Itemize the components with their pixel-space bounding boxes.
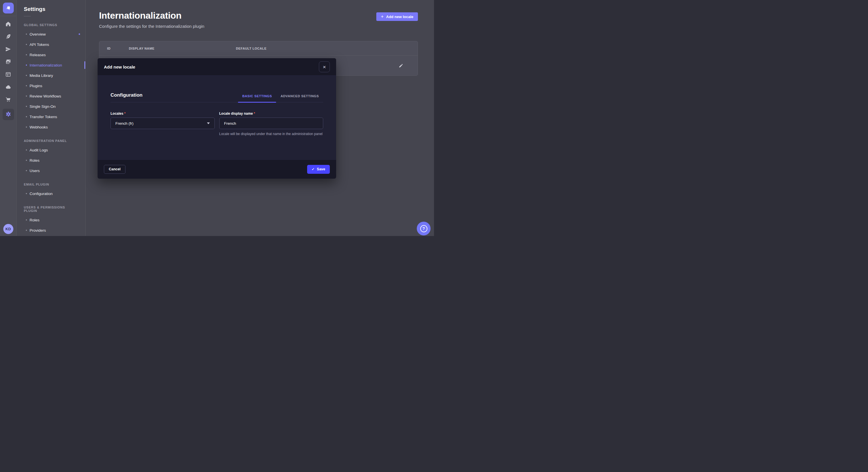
caret-down-icon [207,123,210,124]
strapi-logo[interactable] [3,3,14,13]
sidebar-section: GLOBAL SETTINGS Overview API Tokens [17,23,85,132]
display-name-input[interactable] [219,117,323,129]
pencil-icon [399,63,403,68]
sidebar-item-label: Internationalization [30,63,62,67]
app-window: KD Settings GLOBAL SETTINGS Overview [0,0,434,236]
page-title: Internationalization [99,10,205,21]
notification-dot-icon [79,34,80,35]
bullet-icon [26,44,27,45]
sidebar-item-review-workflows[interactable]: Review Workflows [17,91,85,101]
locales-label: Locales * [111,111,215,115]
sidebar-item-label: Webhooks [30,125,48,129]
sidebar-item-plugins[interactable]: Plugins [17,80,85,91]
sidebar-item-releases[interactable]: Releases [17,49,85,60]
sidebar-item-roles[interactable]: Roles [17,215,85,225]
modal-footer: Cancel ✓ Save [98,160,336,179]
sidebar-sections: GLOBAL SETTINGS Overview API Tokens [17,23,85,235]
help-button[interactable]: ? [417,222,431,235]
check-icon: ✓ [312,167,315,171]
rail-icon-list [0,20,17,120]
cart-icon [5,97,11,103]
sidebar-section-label: GLOBAL SETTINGS [24,23,79,27]
cancel-button[interactable]: Cancel [104,165,125,174]
page-subtitle: Configure the settings for the Internati… [99,24,205,29]
sidebar-item-single-sign-on[interactable]: Single Sign-On [17,101,85,111]
display-name-hint: Locale will be displayed under that name… [219,132,323,136]
sidebar-section: EMAIL PLUGIN Configuration [17,183,85,199]
settings-tabs: BASIC SETTINGSADVANCED SETTINGS [238,94,323,102]
sidebar-item-label: Releases [30,53,45,57]
bullet-icon [26,85,27,86]
bullet-icon [26,65,27,66]
sidebar-item-providers[interactable]: Providers [17,225,85,235]
bullet-icon [26,75,27,76]
configuration-header: Configuration BASIC SETTINGSADVANCED SET… [111,92,323,102]
sidebar-section: USERS & PERMISSIONS PLUGIN Roles Provide… [17,206,85,235]
bullet-icon [26,170,27,171]
plus-icon: + [381,14,383,19]
bullet-icon [26,96,27,97]
rail-item-cloud[interactable] [4,83,12,92]
bullet-icon [26,193,27,194]
sidebar-item-transfer-tokens[interactable]: Transfer Tokens [17,111,85,122]
tab-advanced-settings[interactable]: ADVANCED SETTINGS [276,94,323,102]
sidebar-item-audit-logs[interactable]: Audit Logs [17,145,85,155]
add-new-locale-button[interactable]: + Add new locale [376,12,418,21]
rail-item-send[interactable] [4,45,12,54]
rail-item-gear[interactable] [3,109,14,120]
rail-item-media[interactable] [4,58,12,66]
bullet-icon [26,116,27,117]
rail-item-cart[interactable] [4,96,12,104]
sidebar-item-media-library[interactable]: Media Library [17,70,85,80]
sidebar-item-label: Providers [30,228,46,233]
user-avatar[interactable]: KD [3,224,13,234]
close-button[interactable]: × [319,61,330,72]
sidebar-item-label: Plugins [30,84,42,88]
locales-select[interactable]: French (fr) [111,117,215,129]
media-icon [5,59,11,66]
sidebar-item-internationalization[interactable]: Internationalization [17,60,85,70]
strapi-logo-icon [5,5,12,11]
sidebar-item-roles[interactable]: Roles [17,155,85,165]
bullet-icon [26,34,27,35]
locales-select-value: French (fr) [115,121,133,126]
sidebar-item-api-tokens[interactable]: API Tokens [17,39,85,49]
page-header: Internationalization Configure the setti… [86,0,434,29]
sidebar-item-configuration[interactable]: Configuration [17,189,85,199]
rail-item-feather[interactable] [4,33,12,41]
sidebar-item-label: Review Workflows [30,94,61,98]
sidebar-item-overview[interactable]: Overview [17,29,85,39]
bullet-icon [26,220,27,221]
required-asterisk: * [124,111,126,115]
sidebar-section: ADMINISTRATION PANEL Audit Logs Roles [17,139,85,176]
sidebar-item-webhooks[interactable]: Webhooks [17,122,85,132]
logo-section [0,0,17,16]
layouts-icon [5,71,11,78]
close-icon: × [322,64,326,70]
modal-header: Add new locale × [98,58,336,76]
gear-icon [5,111,11,118]
bullet-icon [26,54,27,55]
sidebar-item-label: Single Sign-On [30,104,56,109]
sidebar-item-label: Media Library [30,73,53,78]
bullet-icon [26,106,27,107]
edit-locale-button[interactable] [397,62,405,70]
send-icon [5,46,11,53]
modal-title: Add new locale [104,65,135,69]
sidebar-section-label: ADMINISTRATION PANEL [24,139,79,142]
add-locale-modal: Add new locale × Configuration BASIC SET… [98,58,336,179]
sidebar-item-label: Roles [30,218,40,222]
configuration-title: Configuration [111,92,143,102]
sidebar-item-label: Users [30,169,40,173]
column-header-id: ID [107,47,129,50]
icon-rail: KD [0,0,17,236]
home-icon [5,21,11,28]
tab-basic-settings[interactable]: BASIC SETTINGS [238,94,276,102]
rail-item-home[interactable] [4,20,12,28]
add-new-locale-label: Add new locale [386,14,413,19]
save-button[interactable]: ✓ Save [307,165,330,174]
rail-item-layouts[interactable] [4,71,12,79]
sidebar-item-label: Configuration [30,192,53,196]
sidebar-section-label: USERS & PERMISSIONS PLUGIN [24,206,79,212]
sidebar-item-users[interactable]: Users [17,165,85,176]
